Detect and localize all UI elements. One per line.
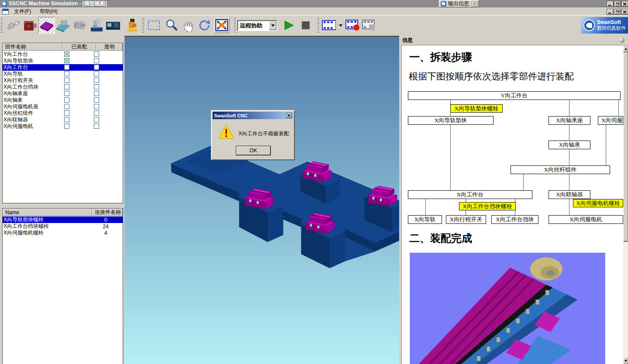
parts-table-row[interactable]: X向导轨	[3, 71, 123, 77]
bolts-table-row[interactable]: X向伺服电机螺栓4	[3, 230, 123, 236]
select-tool-button[interactable]	[147, 18, 161, 32]
column-header-assembled[interactable]: 已装配	[62, 43, 96, 51]
mdi-restore-button[interactable]	[614, 9, 621, 15]
transparent-checkbox[interactable]	[94, 84, 99, 89]
assembled-checkbox[interactable]	[64, 117, 69, 122]
parts-table-row[interactable]: X向伺服电机座	[3, 103, 123, 110]
x-table-part-button[interactable]	[38, 17, 55, 34]
film-play-button[interactable]	[322, 18, 336, 32]
parts-table-row[interactable]: X向工作台挡块	[3, 84, 123, 90]
milling-machine-button[interactable]	[88, 17, 105, 34]
toolbar-drag-handle[interactable]	[1, 18, 3, 34]
main-area: 部件名称 已装配 透明 Y向工作台X向导轨垫块X向工作台X向导轨X向行程开关X向…	[0, 36, 628, 364]
assembled-checkbox[interactable]	[64, 91, 69, 96]
toolbar-drag-handle[interactable]	[317, 18, 319, 34]
flowchart-node-x-bearing-seat: X向轴承座	[549, 116, 590, 125]
stop-button[interactable]	[299, 18, 313, 32]
scroll-up-button[interactable]	[623, 45, 628, 52]
assembled-checkbox[interactable]	[64, 97, 69, 103]
toolbar-drag-handle[interactable]	[142, 18, 144, 34]
scroll-down-button[interactable]	[623, 357, 628, 364]
minimize-button[interactable]	[607, 1, 614, 7]
column-header-connector-name[interactable]: 连接件名称	[92, 209, 123, 216]
assembled-checkbox[interactable]	[64, 110, 69, 116]
ok-button[interactable]: OK	[236, 146, 271, 155]
transparent-checkbox[interactable]	[94, 97, 99, 103]
chevron-down-icon	[339, 24, 342, 27]
transparent-checkbox[interactable]	[94, 91, 99, 96]
toolbar-drag-handle[interactable]	[234, 18, 236, 34]
record-button[interactable]	[345, 18, 359, 32]
pan-tool-button[interactable]	[181, 18, 195, 32]
transparent-checkbox[interactable]	[94, 65, 99, 70]
bolts-table-row[interactable]: X向导轨垫块螺栓0	[3, 216, 123, 223]
transparent-checkbox[interactable]	[94, 71, 99, 76]
assembled-checkbox[interactable]	[64, 65, 69, 70]
fit-view-button[interactable]	[214, 17, 230, 33]
column-header-transparent[interactable]: 透明	[96, 43, 123, 51]
parts-table-row[interactable]: X向行程开关	[3, 77, 123, 84]
x-table-icon	[39, 17, 55, 33]
model-viewport[interactable]	[124, 36, 399, 364]
parts-table-row[interactable]: X向丝杠组件	[3, 110, 123, 117]
flowchart-connector	[569, 149, 569, 165]
rotate-tool-button[interactable]	[197, 18, 211, 32]
pin-icon[interactable]	[619, 38, 625, 43]
mdi-minimize-button[interactable]	[607, 9, 614, 15]
column-header-part-name[interactable]: 部件名称	[3, 43, 62, 51]
transparent-checkbox[interactable]	[94, 78, 99, 83]
spindle-part-button[interactable]	[72, 17, 88, 34]
film-dropdown-button[interactable]	[338, 18, 343, 32]
flowchart-node-x-servo-seat: X向伺服电机座	[598, 116, 623, 125]
close-button[interactable]	[621, 1, 628, 7]
assembled-checkbox[interactable]	[64, 84, 69, 89]
flowchart-connector	[569, 125, 569, 141]
column-header-name[interactable]: Name	[3, 209, 92, 216]
film-stop-icon	[362, 19, 376, 31]
remote-assist-combobox[interactable]: 远程协助	[237, 20, 277, 31]
film-stop-button[interactable]	[362, 18, 376, 32]
assembled-checkbox[interactable]	[64, 52, 69, 57]
zoom-tool-button[interactable]	[165, 18, 179, 32]
dialog-title: SwanSoft CNC	[214, 113, 248, 118]
play-button[interactable]	[282, 18, 296, 32]
ballscrew-part-button[interactable]	[5, 17, 22, 34]
parts-table-row[interactable]: X向伺服电机	[3, 123, 123, 130]
mdi-close-button[interactable]	[621, 9, 628, 15]
transparent-checkbox[interactable]	[94, 52, 99, 57]
ok-button-label: OK	[249, 148, 257, 154]
parts-table-row[interactable]: X向轴承	[3, 97, 123, 103]
swansoft-logo: SwanSoft数控仿真软件	[581, 17, 628, 34]
transparent-checkbox[interactable]	[94, 58, 99, 63]
parts-table-row[interactable]: X向轴承座	[3, 90, 123, 97]
dialog-close-button[interactable]	[286, 113, 292, 118]
output-info-close-button[interactable]: x	[472, 1, 477, 7]
transparent-checkbox[interactable]	[94, 104, 99, 109]
bolts-table-row[interactable]: X向工作台挡块螺栓24	[3, 223, 123, 230]
menu-file[interactable]: 文件(F)	[10, 7, 35, 16]
transparent-checkbox[interactable]	[94, 110, 99, 116]
mdi-child-icon[interactable]	[2, 9, 9, 14]
gearbox-part-button[interactable]	[22, 17, 38, 34]
transparent-checkbox[interactable]	[94, 117, 99, 122]
parts-table-row[interactable]: X向工作台	[3, 64, 123, 71]
scrollbar-thumb[interactable]	[623, 52, 628, 242]
output-info-window[interactable]: 输出信息 x	[439, 0, 479, 7]
assembled-checkbox[interactable]	[64, 71, 69, 76]
restore-button[interactable]	[614, 1, 621, 7]
parts-table-row[interactable]: X向联轴器	[3, 117, 123, 123]
parts-table-row[interactable]: X向导轨垫块	[3, 58, 123, 64]
parts-table-row[interactable]: Y向工作台	[3, 51, 123, 58]
assembled-checkbox[interactable]	[64, 124, 69, 129]
menu-help[interactable]: 帮助(H)	[36, 7, 61, 16]
assembled-checkbox[interactable]	[64, 58, 69, 63]
section1-heading: 一、拆装步骤	[409, 50, 472, 64]
cnc-lathe-button[interactable]	[105, 17, 121, 34]
assembled-checkbox[interactable]	[64, 78, 69, 83]
message-dialog[interactable]: SwanSoft CNC X向工作台不能被装配 OK	[211, 110, 295, 160]
transparent-checkbox[interactable]	[94, 124, 99, 129]
assembled-checkbox[interactable]	[64, 104, 69, 109]
press-machine-button[interactable]	[124, 17, 141, 34]
combo-dropdown-button[interactable]	[269, 21, 276, 30]
saddle-part-button[interactable]	[55, 17, 72, 34]
